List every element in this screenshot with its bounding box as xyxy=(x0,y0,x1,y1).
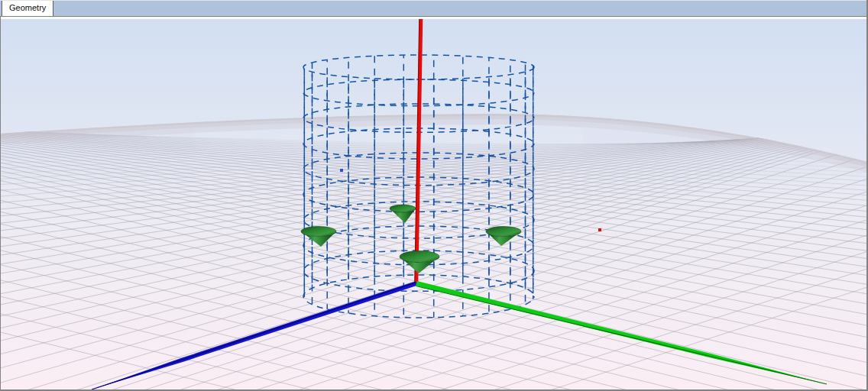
point-marker-blue xyxy=(340,169,343,172)
cone-top xyxy=(301,227,336,237)
window-left-edge xyxy=(0,17,1,391)
point-marker-red xyxy=(598,228,601,231)
tab-label: Geometry xyxy=(9,3,46,12)
tab-bar: Geometry xyxy=(0,0,868,17)
cone-top xyxy=(400,251,439,263)
tab-bar-underline xyxy=(0,18,868,19)
tab-geometry[interactable]: Geometry xyxy=(2,0,53,16)
viewport-3d[interactable] xyxy=(0,0,868,391)
cone-top xyxy=(486,227,521,237)
application-window: Geometry xyxy=(0,0,868,391)
window-top-edge xyxy=(0,0,868,1)
cone-top xyxy=(390,205,416,212)
